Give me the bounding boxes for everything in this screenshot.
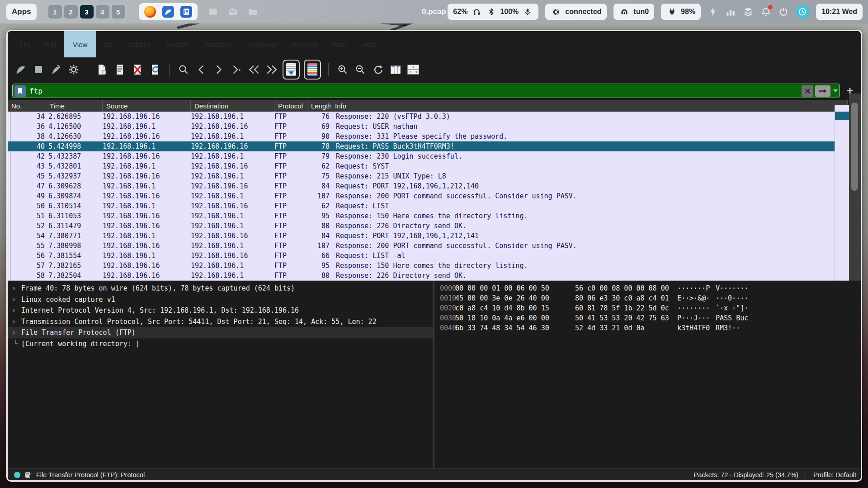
layers-icon[interactable] [743, 6, 754, 17]
menu-analyze[interactable]: Analyze [159, 31, 197, 57]
menu-file[interactable]: File [12, 31, 38, 57]
workspace-button-2[interactable]: 2 [64, 5, 78, 19]
go-back-icon[interactable] [194, 62, 208, 77]
notes-app-icon[interactable] [180, 6, 192, 18]
mail-icon[interactable] [227, 6, 238, 17]
column-header-time[interactable]: Time [46, 100, 103, 112]
filter-dropdown-caret[interactable] [833, 89, 838, 92]
detail-line-3[interactable]: ›Transmission Control Protocol, Src Port… [8, 316, 433, 328]
hex-row-0030[interactable]: 003050 18 10 0a 4a e6 00 0050 41 53 53 2… [434, 313, 861, 323]
workspace-button-5[interactable]: 5 [112, 5, 125, 19]
zoom-out-icon[interactable] [354, 62, 367, 77]
workspace-button-3[interactable]: 3 [80, 5, 94, 19]
expander-chevron-icon[interactable]: › [12, 305, 16, 316]
firefox-icon[interactable] [144, 6, 156, 18]
stop-capture-icon[interactable] [32, 62, 45, 77]
packet-row-45[interactable]: 455.432937192.168.196.16192.168.196.1FTP… [8, 171, 848, 181]
packet-row-40[interactable]: 405.424998192.168.196.1192.168.196.16FTP… [8, 141, 848, 151]
start-capture-fin-icon[interactable] [14, 62, 28, 77]
hex-row-0000[interactable]: 000000 00 00 01 00 06 00 5056 c0 00 08 0… [434, 283, 861, 293]
find-packet-icon[interactable] [177, 62, 190, 77]
expander-chevron-icon[interactable]: › [12, 283, 16, 294]
battery-pill[interactable]: 98% [661, 4, 701, 20]
column-header-source[interactable]: Source [103, 100, 191, 112]
packet-row-36[interactable]: 364.126500192.168.196.1192.168.196.16FTP… [8, 122, 848, 131]
expander-chevron-icon[interactable]: › [12, 316, 16, 328]
packet-row-52[interactable]: 526.311479192.168.196.16192.168.196.1FTP… [8, 221, 848, 231]
packet-row-43[interactable]: 435.432801192.168.196.1192.168.196.16FTP… [8, 161, 848, 171]
menu-telephony[interactable]: Telephony [239, 31, 284, 57]
filter-apply-button[interactable] [815, 85, 830, 97]
column-header-protocol[interactable]: Protocol [274, 100, 307, 112]
hex-row-0020[interactable]: 0020c0 a8 c4 10 d4 8b 00 1560 81 78 5f 1… [434, 303, 861, 313]
clock-app-icon[interactable] [796, 5, 809, 19]
reload-doc-icon[interactable] [148, 62, 162, 77]
go-last-icon[interactable] [265, 62, 278, 77]
capture-options-gear-icon[interactable] [67, 62, 80, 77]
expander-chevron-icon[interactable]: › [12, 294, 16, 305]
open-file-doc-icon[interactable] [95, 62, 109, 77]
auto-scroll-toggle[interactable] [283, 60, 300, 80]
close-file-doc-icon[interactable] [131, 62, 144, 77]
menu-statistics[interactable]: Statistics [197, 31, 239, 57]
folder-icon[interactable] [247, 6, 258, 17]
detail-line-1[interactable]: ›Linux cooked capture v1 [8, 294, 433, 305]
filter-bookmark-icon[interactable] [14, 85, 26, 97]
display-filter-input[interactable]: ftp [12, 84, 840, 98]
bluetooth-status-pill[interactable]: connected [545, 4, 607, 20]
hex-row-0010[interactable]: 001045 00 00 3e 0e 26 40 0080 06 e3 30 c… [434, 293, 861, 303]
packet-row-54[interactable]: 547.380771192.168.196.1192.168.196.16FTP… [8, 231, 848, 241]
colorize-toggle[interactable] [304, 60, 321, 80]
column-header-length[interactable]: Length [307, 100, 331, 112]
packet-row-42[interactable]: 425.432387192.168.196.16192.168.196.1FTP… [8, 151, 848, 161]
scrollbar-thumb[interactable] [851, 103, 858, 191]
go-to-packet-icon[interactable] [230, 62, 243, 77]
wireshark-icon[interactable] [162, 6, 174, 18]
column-header-no[interactable]: No. [8, 100, 46, 112]
packet-row-55[interactable]: 557.380998192.168.196.16192.168.196.1FTP… [8, 241, 848, 251]
window-icon[interactable] [208, 6, 218, 17]
menu-wireless[interactable]: Wireless [284, 31, 325, 57]
resize-columns-icon[interactable] [389, 62, 402, 77]
annotation-icon[interactable] [25, 471, 32, 478]
power-icon[interactable] [778, 6, 789, 17]
workspace-button-4[interactable]: 4 [96, 5, 109, 19]
status-profile[interactable]: Profile: Default [813, 471, 856, 479]
zoom-reset-icon[interactable] [371, 62, 385, 77]
packet-row-38[interactable]: 384.126630192.168.196.16192.168.196.1FTP… [8, 131, 848, 141]
workspace-button-1[interactable]: 1 [48, 5, 62, 19]
notifications-bell-icon[interactable] [760, 6, 771, 17]
go-forward-icon[interactable] [212, 62, 226, 77]
file-set-doc-icon[interactable] [113, 62, 127, 77]
packet-row-58[interactable]: 587.382504192.168.196.16192.168.196.1FTP… [8, 271, 848, 281]
packet-list-scrollbar[interactable] [849, 94, 861, 281]
menu-tools[interactable]: Tools [325, 31, 355, 57]
clock-pill[interactable]: 10:21 Wed [816, 4, 863, 20]
packet-row-57[interactable]: 577.382165192.168.196.16192.168.196.1FTP… [8, 261, 848, 271]
detail-line-2[interactable]: ›Internet Protocol Version 4, Src: 192.1… [8, 305, 433, 316]
menu-capture[interactable]: Capture [120, 31, 158, 57]
restart-capture-fin-icon[interactable] [49, 62, 63, 77]
network-pill[interactable]: tun0 [613, 4, 654, 20]
menu-edit[interactable]: Edit [38, 31, 64, 57]
detail-line-4[interactable]: ›File Transfer Protocol (FTP) [8, 327, 433, 338]
packet-row-49[interactable]: 496.309874192.168.196.16192.168.196.1FTP… [8, 191, 848, 201]
filter-clear-button[interactable] [802, 85, 813, 97]
hex-row-0040[interactable]: 00406b 33 74 48 34 54 46 3052 4d 33 21 0… [434, 323, 861, 333]
layout-123-icon[interactable]: 123 [406, 62, 420, 77]
packet-row-34[interactable]: 342.626895192.168.196.16192.168.196.1FTP… [8, 112, 848, 122]
apps-button[interactable]: Apps [6, 4, 37, 20]
menu-help[interactable]: Help [355, 31, 383, 57]
menu-go[interactable]: Go [96, 31, 120, 57]
expert-info-icon[interactable] [14, 472, 20, 478]
lightning-icon[interactable] [708, 6, 718, 17]
column-header-destination[interactable]: Destination [191, 100, 274, 112]
stats-bars-icon[interactable] [725, 6, 736, 17]
column-header-info[interactable]: Info [331, 100, 848, 112]
menu-view[interactable]: View [64, 31, 96, 57]
packet-row-47[interactable]: 476.309628192.168.196.1192.168.196.16FTP… [8, 181, 848, 191]
zoom-in-icon[interactable] [336, 62, 349, 77]
packet-row-56[interactable]: 567.381554192.168.196.1192.168.196.16FTP… [8, 251, 848, 261]
packet-row-51[interactable]: 516.311053192.168.196.16192.168.196.1FTP… [8, 211, 848, 221]
audio-status-pill[interactable]: 62% 100% [448, 4, 538, 20]
